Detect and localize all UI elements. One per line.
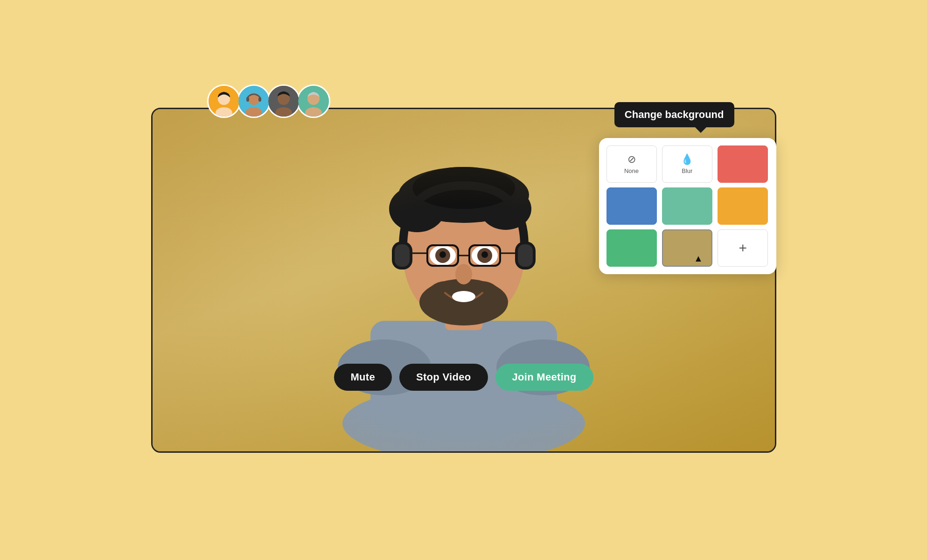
bg-option-tan[interactable]: ▲ [662,229,712,267]
bg-option-green[interactable] [606,229,657,267]
svg-point-38 [452,291,475,302]
svg-point-30 [439,251,446,258]
stop-video-button[interactable]: Stop Video [399,364,488,391]
bg-option-add[interactable]: + [718,229,768,267]
scene-wrapper: Mute Stop Video Join Meeting Change back… [114,70,814,490]
bg-option-none[interactable]: ⊘ None [606,145,657,183]
cursor-icon: ▲ [694,253,703,264]
svg-point-31 [481,251,488,258]
svg-point-37 [455,264,472,284]
svg-rect-7 [246,97,249,102]
join-meeting-button[interactable]: Join Meeting [495,364,593,391]
avatars-row [207,84,330,118]
svg-rect-41 [395,244,410,267]
avatar-3[interactable] [267,84,300,118]
svg-rect-8 [258,97,261,102]
svg-rect-42 [518,244,533,267]
person-illustration [300,108,627,451]
add-icon: + [739,241,747,255]
bg-option-teal[interactable] [662,187,712,225]
avatar-2[interactable] [237,84,271,118]
background-picker-panel: ⊘ None 💧 Blur ▲ + [599,138,776,274]
controls-bar: Mute Stop Video Join Meeting [334,364,593,391]
none-icon: ⊘ [627,153,636,166]
avatar-4[interactable] [297,84,330,118]
none-label: None [624,167,639,174]
blur-label: Blur [682,167,692,174]
blur-icon: 💧 [681,153,693,166]
avatar-1[interactable] [207,84,241,118]
bg-option-blur[interactable]: 💧 Blur [662,145,712,183]
bg-option-yellow[interactable] [718,187,768,225]
bg-grid: ⊘ None 💧 Blur ▲ + [606,145,769,267]
bg-option-red[interactable] [718,145,768,183]
mute-button[interactable]: Mute [334,364,392,391]
change-background-tooltip: Change background [614,102,734,127]
bg-option-blue[interactable] [606,187,657,225]
